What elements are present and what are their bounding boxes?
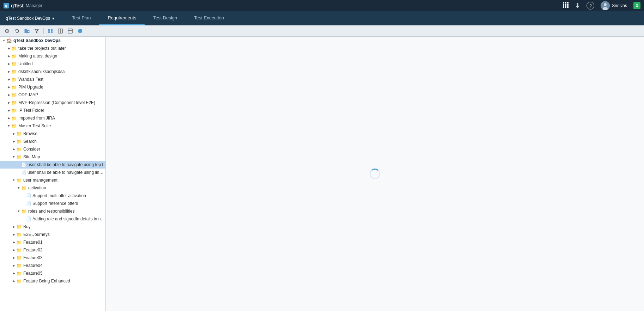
grid-icon[interactable] [563, 2, 569, 9]
app-logo: q qTest Manager [4, 3, 42, 8]
project-selector[interactable]: qTest Sandbox DevOps ▼ [6, 16, 55, 21]
sidebar-item-browse[interactable]: ▶ 📁 Browse [0, 130, 105, 138]
item-label: PIM Upgrade [18, 85, 43, 90]
sidebar-item-feature01[interactable]: ▶ 📁 Feature01 [0, 238, 105, 246]
folder-icon: 📁 [16, 232, 22, 237]
item-label: Feature01 [23, 240, 43, 245]
view-btn2[interactable] [56, 27, 65, 35]
folder-icon: 📁 [11, 61, 17, 67]
sidebar-item-navigate-top[interactable]: 📄 user shall be able to navigate using t… [0, 161, 105, 169]
arrow: ▶ [6, 47, 11, 50]
sidebar-item-e2e[interactable]: ▶ 📁 E2E Journeys [0, 231, 105, 238]
sidebar-item-feature04[interactable]: ▶ 📁 Feature04 [0, 262, 105, 269]
item-label: Feature Being Enhanced [23, 279, 70, 283]
folder-icon: 📁 [16, 240, 22, 245]
help-icon[interactable]: ? [587, 2, 594, 10]
item-label: Making a test design [18, 54, 57, 59]
item-label: Support reference offers [32, 201, 78, 206]
arrow: ▶ [11, 140, 16, 143]
tree-root[interactable]: ▼ 🏠 qTest Sandbox DevOps [0, 37, 105, 44]
toolbar-sep1 [43, 28, 44, 34]
sidebar-item-pim[interactable]: ▶ 📁 PIM Upgrade [0, 83, 105, 91]
folder-icon: 📁 [11, 100, 17, 105]
item-label: Adding role and signedIn details in norm [32, 217, 105, 221]
expand-all-button[interactable] [3, 27, 11, 35]
sidebar-item-mvp[interactable]: ▶ 📁 MVP-Regression (Component level E2E) [0, 99, 105, 106]
tab-test-plan[interactable]: Test Plan [63, 11, 99, 25]
sidebar-item-feature02[interactable]: ▶ 📁 Feature02 [0, 246, 105, 254]
svg-rect-8 [567, 6, 569, 8]
sidebar-item-search[interactable]: ▶ 📁 Search [0, 138, 105, 145]
folder-icon: 📁 [16, 178, 22, 183]
item-label: IP Test Folder [18, 108, 44, 113]
sidebar-item-roles[interactable]: ▼ 📁 roles and responsibilities [0, 207, 105, 215]
svg-rect-20 [48, 31, 50, 33]
filter-button[interactable] [32, 27, 41, 35]
toolbar [0, 25, 644, 37]
folder-icon: 📁 [11, 77, 17, 82]
user-menu[interactable]: Srinivas [601, 1, 627, 10]
avatar [601, 1, 610, 10]
arrow: ▶ [11, 256, 16, 260]
folder-icon: 📁 [16, 147, 22, 152]
sidebar-item-adding-role[interactable]: 📄 Adding role and signedIn details in no… [0, 215, 105, 223]
tab-requirements[interactable]: Requirements [99, 11, 145, 25]
sidebar-item-odp[interactable]: ▶ 📁 ODP-MAP [0, 91, 105, 99]
folder-icon: 📁 [11, 92, 17, 98]
sidebar-item-master-test-suite[interactable]: ▼ 📁 Master Test Suite [0, 122, 105, 130]
sidebar-item-untitled[interactable]: ▶ 📁 Untitled [0, 60, 105, 68]
doc-icon: 📄 [21, 162, 26, 167]
folder-icon: 📁 [11, 69, 17, 74]
sidebar-item-buy[interactable]: ▶ 📁 Buy [0, 223, 105, 231]
root-arrow: ▼ [1, 39, 6, 42]
sidebar-item-feature05[interactable]: ▶ 📁 Feature05 [0, 269, 105, 277]
sidebar-item-making-test[interactable]: ▶ 📁 Making a test design [0, 52, 105, 60]
folder-icon: 📁 [21, 209, 27, 214]
sidebar-item-feature-being[interactable]: ▶ 📁 Feature Being Enhanced [0, 277, 105, 285]
refresh-button[interactable] [13, 27, 21, 35]
folder-icon: 📁 [16, 271, 22, 276]
item-label: ODP-MAP [18, 92, 38, 97]
item-label: Imported from JIRA [18, 116, 55, 121]
item-label: Feature02 [23, 248, 43, 252]
sidebar-item-take-projects[interactable]: ▶ 📁 take the projects out later [0, 44, 105, 52]
svg-rect-0 [563, 2, 564, 4]
sidebar-item-feature03[interactable]: ▶ 📁 Feature03 [0, 254, 105, 262]
folder-icon: 📁 [11, 116, 17, 121]
sidebar-item-wanda[interactable]: ▶ 📁 Wanda's Test [0, 75, 105, 83]
logo-box: q [4, 3, 9, 8]
folder-icon: 📁 [11, 85, 17, 90]
sidebar-item-support-multi[interactable]: 📄 Support multi offer activation [0, 192, 105, 200]
add-folder-button[interactable] [23, 27, 31, 35]
sidebar-item-ip-test[interactable]: ▶ 📁 IP Test Folder [0, 106, 105, 114]
svg-rect-19 [51, 29, 53, 31]
sidebar-item-dsknf[interactable]: ▶ 📁 dsknfkjsadhjiksadhjlkdsa [0, 68, 105, 75]
toggle-btn[interactable] [76, 27, 84, 35]
sidebar-item-activation[interactable]: ▼ 📁 activation [0, 184, 105, 192]
top-bar-right: ⬇ ? Srinivas 3 [563, 1, 640, 10]
tab-test-execution[interactable]: Test Execution [186, 11, 232, 25]
folder-icon: 📁 [16, 154, 22, 160]
sidebar-item-navigate-links[interactable]: 📄 user shall be able to navigate using l… [0, 169, 105, 176]
sidebar-item-user-management[interactable]: ▼ 📁 user management [0, 176, 105, 184]
sidebar-item-jira[interactable]: ▶ 📁 Imported from JIRA [0, 114, 105, 122]
item-label: Consider [23, 147, 40, 152]
sidebar-item-site-map[interactable]: ▼ 📁 Site Map [0, 153, 105, 161]
sidebar-item-support-reference[interactable]: 📄 Support reference offers [0, 200, 105, 207]
notification-area[interactable]: 3 [633, 2, 640, 9]
folder-icon: 📁 [16, 263, 22, 268]
view-btn3[interactable] [66, 27, 74, 35]
arrow: ▶ [6, 116, 11, 120]
view-btn1[interactable] [46, 27, 55, 35]
main-layout: ▼ 🏠 qTest Sandbox DevOps ▶ 📁 take the pr… [0, 37, 644, 311]
item-label: Feature04 [23, 263, 43, 268]
download-icon[interactable]: ⬇ [575, 2, 580, 10]
item-label: Buy [23, 224, 31, 229]
arrow: ▶ [11, 233, 16, 236]
arrow: ▶ [6, 109, 11, 112]
tab-test-design[interactable]: Test Design [145, 11, 186, 25]
svg-rect-4 [565, 4, 566, 6]
sidebar-item-consider[interactable]: ▶ 📁 Consider [0, 145, 105, 153]
app-name: qTest [11, 3, 24, 8]
svg-marker-17 [35, 29, 38, 33]
